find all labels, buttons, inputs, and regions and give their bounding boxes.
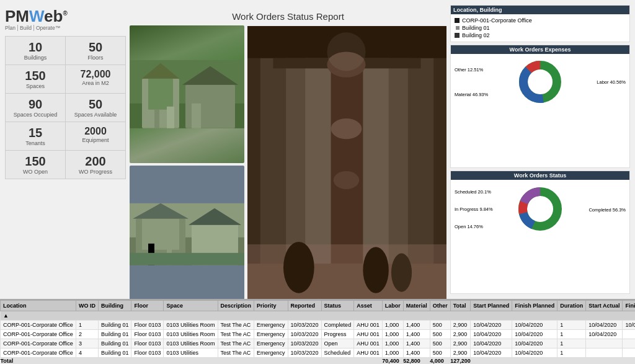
col-total: Total — [450, 301, 471, 311]
cell-3-13: 2,900 — [450, 348, 471, 358]
cell-2-11: 1,400 — [403, 339, 430, 348]
col-duration: Duration — [557, 301, 586, 311]
image-large — [247, 25, 446, 303]
expand-row[interactable]: ▲ — [1, 311, 636, 321]
cell-1-13: 2,900 — [450, 330, 471, 339]
report-title: Work Orders Status Report — [130, 5, 446, 22]
cell-2-3: Floor 0103 — [131, 339, 164, 348]
col-finish-planned: Finish Planned — [512, 301, 557, 311]
col-description: Description — [218, 301, 254, 311]
logo-subtitle: PlanBuildOperate™ — [5, 25, 126, 31]
location-color-0 — [455, 18, 460, 23]
stat-floors: 50 Floors — [66, 37, 125, 64]
cell-0-9: AHU 001 — [354, 321, 383, 330]
cell-1-4: 0103 Utilities Room — [164, 330, 218, 339]
data-table-section: Location WO ID Building Floor Space Desc… — [0, 299, 635, 364]
status-scheduled-label: Scheduled 20.1% — [455, 189, 493, 195]
col-start-planned: Start Planned — [471, 301, 512, 311]
col-other: Other — [430, 301, 450, 311]
cell-0-10: 1,000 — [382, 321, 403, 330]
col-finish-actual: Finish Actual — [623, 301, 635, 311]
cell-3-18 — [623, 348, 635, 358]
cell-2-9: AHU 001 — [354, 339, 383, 348]
logo: PMWeb® — [5, 8, 126, 24]
expense-material-label: Material 46.93% — [455, 92, 488, 97]
cell-2-0: CORP-001-Corporate Office — [1, 339, 76, 348]
expense-other-label: Other 12.51% — [455, 67, 488, 73]
cell-3-0: CORP-001-Corporate Office — [1, 348, 76, 358]
stat-buildings: 10 Buildings — [6, 37, 65, 64]
col-building: Building — [98, 301, 131, 311]
logo-area: PMWeb® PlanBuildOperate™ — [5, 5, 126, 36]
total-other: 4,000 — [430, 358, 450, 365]
svg-point-36 — [391, 254, 412, 292]
col-location: Location — [1, 301, 76, 311]
status-open-label: Open 14.76% — [455, 224, 493, 229]
cell-3-1: 4 — [76, 348, 98, 358]
cell-0-8: Completed — [321, 321, 354, 330]
cell-1-0: CORP-001-Corporate Office — [1, 330, 76, 339]
cell-2-15: 10/04/2020 — [512, 339, 557, 348]
cell-0-7: 10/03/2020 — [288, 321, 321, 330]
cell-1-18 — [623, 330, 635, 339]
status-completed-label: Completed 56.3% — [588, 206, 626, 212]
cell-3-2: Building 01 — [98, 348, 131, 358]
cell-1-2: Building 01 — [98, 330, 131, 339]
cell-0-5: Test The AC — [218, 321, 254, 330]
cell-3-10: 1,000 — [382, 348, 403, 358]
table-row: CORP-001-Corporate Office3Building 01Flo… — [1, 339, 636, 348]
cell-2-1: 3 — [76, 339, 98, 348]
cell-0-3: Floor 0103 — [131, 321, 164, 330]
cell-3-3: Floor 0103 — [131, 348, 164, 358]
cell-0-12: 500 — [430, 321, 450, 330]
cell-2-4: 0103 Utilities Room — [164, 339, 218, 348]
cell-3-4: 0103 Utilities — [164, 348, 218, 358]
cell-2-17 — [586, 339, 623, 348]
total-labor: 70,400 — [382, 358, 403, 365]
col-floor: Floor — [131, 301, 164, 311]
svg-rect-8 — [192, 104, 201, 128]
cell-0-4: 0103 Utilities Room — [164, 321, 218, 330]
image-bottom — [130, 166, 244, 303]
cell-1-8: Progress — [321, 330, 354, 339]
col-material: Material — [403, 301, 430, 311]
cell-1-6: Emergency — [254, 330, 288, 339]
total-total: 127,200 — [450, 358, 471, 365]
cell-3-8: Scheduled — [321, 348, 354, 358]
svg-point-32 — [327, 32, 365, 71]
cell-3-11: 1,400 — [403, 348, 430, 358]
stat-area: 72,000 Area in M2 — [66, 65, 125, 93]
stat-tenants: 15 Tenants — [6, 122, 65, 150]
cell-1-5: Test The AC — [218, 330, 254, 339]
stat-wo-progress: 200 WO Progress — [66, 151, 125, 179]
cell-0-11: 1,400 — [403, 321, 430, 330]
cell-0-1: 1 — [76, 321, 98, 330]
status-chart-title: Work Orders Status — [451, 171, 629, 180]
stat-spaces-available: 50 Spaces Available — [66, 94, 125, 122]
cell-2-7: 10/03/2020 — [288, 339, 321, 348]
svg-rect-33 — [247, 244, 446, 302]
status-chart-panel: Work Orders Status Scheduled 20.1% In Pr… — [450, 171, 630, 294]
cell-1-17: 10/04/2020 — [586, 330, 623, 339]
cell-0-14: 10/04/2020 — [471, 321, 512, 330]
expense-labor-label: Labor 40.56% — [597, 79, 626, 85]
cell-0-16: 1 — [557, 321, 586, 330]
cell-1-16: 1 — [557, 330, 586, 339]
image-top — [130, 25, 244, 163]
location-title: Location, Building — [451, 6, 629, 14]
cell-1-15: 10/04/2020 — [512, 330, 557, 339]
cell-0-0: CORP-001-Corporate Office — [1, 321, 76, 330]
svg-point-40 — [530, 71, 551, 92]
svg-rect-13 — [142, 215, 179, 249]
cell-3-6: Emergency — [254, 348, 288, 358]
total-label: Total — [1, 358, 76, 365]
col-reported: Reported — [288, 301, 321, 311]
table-row: CORP-001-Corporate Office1Building 01Flo… — [1, 321, 636, 330]
svg-point-45 — [529, 198, 551, 220]
stat-spaces: 150 Spaces — [6, 65, 65, 93]
expand-icon[interactable]: ▲ — [3, 313, 9, 319]
cell-2-18 — [623, 339, 635, 348]
cell-3-9: AHU 001 — [354, 348, 383, 358]
total-row: Total 70,400 52,800 4,000 127,200 — [1, 358, 636, 365]
cell-0-2: Building 01 — [98, 321, 131, 330]
